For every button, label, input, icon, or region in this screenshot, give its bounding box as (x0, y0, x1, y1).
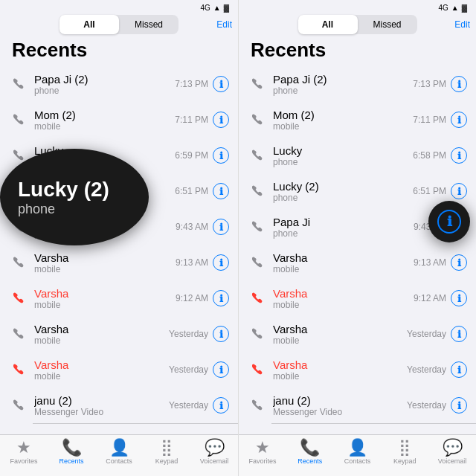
tab-voicemail-right[interactable]: 💬 Voicemail (428, 440, 476, 465)
call-phone-icon (248, 364, 268, 376)
battery-icon-right: ▓ (462, 4, 467, 12)
call-time: 7:13 PM (413, 79, 446, 89)
left-panel: 4G ▲ ▓ All Missed Edit Recents Papa Ji (… (0, 0, 238, 476)
call-time: 9:13 AM (176, 257, 208, 268)
info-btn[interactable]: ℹ (213, 290, 229, 306)
info-btn[interactable]: ℹ (451, 361, 467, 378)
info-btn[interactable]: ℹ (451, 76, 467, 92)
info-btn[interactable]: ℹ (213, 147, 229, 164)
call-type: mobile (273, 300, 414, 310)
call-info: janu (2) Messenger Video (268, 394, 407, 417)
info-btn[interactable]: ℹ (451, 290, 467, 306)
call-type: phone (273, 86, 413, 96)
call-phone-icon (248, 257, 268, 268)
call-item: Varsha mobile Yesterday ℹ (239, 352, 476, 387)
tab-voicemail-left[interactable]: 💬 Voicemail (190, 440, 238, 465)
tab-keypad-left[interactable]: ⣿ Keypad (143, 440, 190, 465)
info-btn[interactable]: ℹ (213, 76, 229, 92)
call-name: Varsha (273, 287, 414, 300)
seg-missed-right[interactable]: Missed (358, 15, 417, 34)
call-right: 6:51 PM ℹ (175, 183, 229, 199)
call-right: 9:12 AM ℹ (176, 290, 229, 306)
call-item: Varsha mobile 9:12 AM ℹ (239, 280, 476, 316)
wifi-icon-left: ▲ (213, 4, 221, 12)
call-info: Varsha mobile (268, 287, 414, 310)
info-btn[interactable]: ℹ (213, 397, 229, 414)
call-phone-icon (248, 221, 268, 233)
tab-recents-right[interactable]: 📞 Recents (286, 440, 334, 465)
call-type: phone (273, 193, 413, 203)
call-right: 9:12 AM ℹ (414, 290, 467, 306)
segment-row-right: All Missed Edit (239, 15, 476, 34)
call-time: Yesterday (169, 400, 208, 411)
tab-label: Recents (298, 457, 322, 465)
call-phone-icon (9, 328, 30, 340)
call-right: 7:13 PM ℹ (175, 76, 229, 92)
call-time: 6:51 PM (413, 186, 446, 196)
recents-icon: 📞 (300, 440, 320, 456)
call-item: Varsha mobile Yesterday ℹ (0, 352, 238, 387)
info-btn[interactable]: ℹ (451, 397, 467, 414)
section-title-left: Recents (0, 36, 238, 66)
status-icons-left: 4G ▲ ▓ (200, 4, 229, 12)
call-phone-icon (9, 292, 30, 304)
call-right: Yesterday ℹ (169, 397, 229, 414)
call-phone-icon (9, 114, 30, 126)
info-btn[interactable]: ℹ (451, 147, 467, 164)
call-name: Lucky (273, 144, 413, 157)
info-btn[interactable]: ℹ (451, 326, 467, 342)
call-right: Yesterday ℹ (407, 397, 467, 414)
tab-recents-left[interactable]: 📞 Recents (48, 440, 95, 465)
call-right: 9:43 AM ℹ (176, 219, 229, 235)
call-time: 6:51 PM (175, 186, 208, 196)
wifi-icon-right: ▲ (451, 4, 459, 12)
tab-keypad-right[interactable]: ⣿ Keypad (381, 440, 428, 465)
call-info: Mom (2) mobile (30, 109, 175, 132)
call-type: mobile (273, 371, 407, 382)
edit-btn-right[interactable]: Edit (454, 19, 470, 30)
call-list-left: Papa Ji (2) phone 7:13 PM ℹ Mom (2) mobi… (0, 66, 238, 434)
section-title-right: Recents (239, 36, 476, 66)
info-btn[interactable]: ℹ (213, 254, 229, 271)
info-btn[interactable]: ℹ (213, 326, 229, 342)
call-right: Yesterday ℹ (169, 326, 229, 342)
info-btn[interactable]: ℹ (213, 183, 229, 199)
info-btn[interactable]: ℹ (213, 112, 229, 128)
tab-favorites-left[interactable]: ★ Favorites (0, 440, 48, 465)
call-name: Varsha (273, 323, 407, 335)
call-info: Papa Ji (2) phone (268, 73, 413, 96)
info-btn[interactable]: ℹ (451, 183, 467, 199)
edit-btn-left[interactable]: Edit (216, 19, 232, 30)
tooltip-type: phone (18, 202, 55, 217)
tab-label: Voicemail (438, 457, 467, 465)
tab-label: Keypad (155, 457, 178, 465)
call-item: Lucky phone 6:58 PM ℹ (239, 138, 476, 173)
tab-favorites-right[interactable]: ★ Favorites (239, 440, 286, 465)
status-bar-left: 4G ▲ ▓ (0, 0, 238, 15)
voicemail-icon: 💬 (443, 440, 463, 456)
call-type: mobile (273, 264, 414, 274)
right-panel: 4G ▲ ▓ All Missed Edit Recents Papa Ji (… (238, 0, 476, 476)
segment-control-right: All Missed (298, 15, 417, 34)
tab-contacts-right[interactable]: 👤 Contacts (334, 440, 382, 465)
call-info: Mom (2) mobile (268, 109, 413, 132)
call-name: janu (2) (273, 394, 407, 407)
info-overlay-btn[interactable]: ℹ (437, 210, 461, 234)
tab-contacts-left[interactable]: 👤 Contacts (95, 440, 143, 465)
call-type: Messenger Video (273, 407, 407, 417)
call-item: Papa Ji (2) phone 7:13 PM ℹ (0, 66, 238, 102)
info-btn[interactable]: ℹ (451, 254, 467, 271)
seg-all-right[interactable]: All (298, 15, 358, 34)
tab-bar-right: ★ Favorites 📞 Recents 👤 Contacts ⣿ Keypa… (239, 434, 476, 476)
call-info: Lucky (2) phone (268, 180, 413, 203)
seg-missed-left[interactable]: Missed (119, 15, 178, 34)
info-btn[interactable]: ℹ (451, 112, 467, 128)
info-btn[interactable]: ℹ (213, 219, 229, 235)
seg-all-left[interactable]: All (60, 15, 119, 34)
info-btn[interactable]: ℹ (213, 361, 229, 378)
call-right: 9:13 AM ℹ (414, 254, 467, 271)
call-time: 9:12 AM (414, 293, 446, 303)
call-phone-icon (248, 149, 268, 161)
network-icon-left: 4G (200, 4, 210, 12)
call-phone-icon (248, 185, 268, 197)
